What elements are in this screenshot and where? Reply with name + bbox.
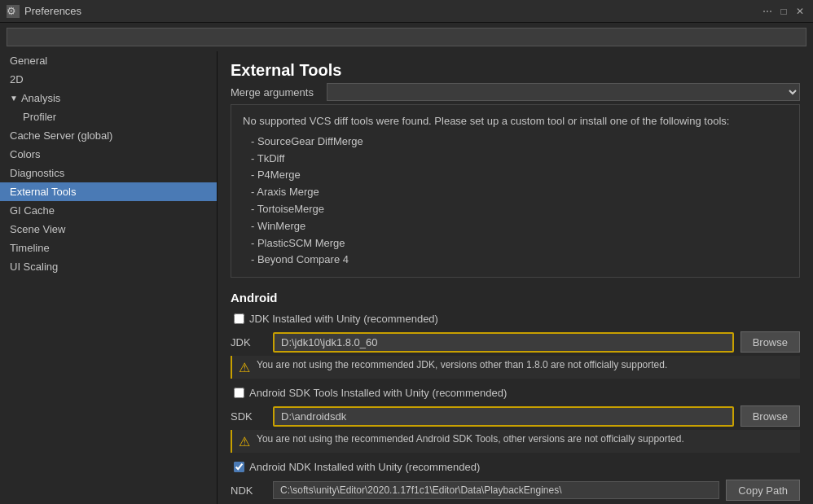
tool-item-7: - Beyond Compare 4 [251,252,788,269]
app-icon: ⚙ [7,5,20,18]
ndk-checkbox-row: Android NDK Installed with Unity (recomm… [231,461,800,473]
sidebar-item-gi-cache[interactable]: GI Cache [0,201,217,220]
sidebar-item-general[interactable]: General [0,51,217,70]
page-title: External Tools [231,61,800,80]
sidebar-item-timeline[interactable]: Timeline [0,239,217,257]
search-input[interactable] [7,28,806,46]
sdk-warning-text: You are not using the recommended Androi… [257,433,684,445]
title-bar-more-btn[interactable]: ⋯ [761,5,774,18]
jdk-checkbox-label: JDK Installed with Unity (recommended) [249,313,438,325]
ndk-path-display: C:\softs\unity\Editor\2020.1.17f1c1\Edit… [273,481,719,499]
merge-label: Merge arguments [231,86,320,99]
ndk-field-row: NDK C:\softs\unity\Editor\2020.1.17f1c1\… [231,480,800,501]
sdk-checkbox-label: Android SDK Tools Installed with Unity (… [249,387,507,399]
info-box: No supported VCS diff tools were found. … [231,104,800,278]
tool-item-1: - TkDiff [251,151,788,168]
info-intro: No supported VCS diff tools were found. … [243,115,729,127]
title-bar: ⚙ Preferences ⋯ □ ✕ [0,0,813,23]
android-title: Android [231,291,800,305]
tool-item-4: - TortoiseMerge [251,201,788,218]
sdk-browse-button[interactable]: Browse [740,405,800,427]
jdk-input[interactable] [273,332,734,353]
sdk-checkbox[interactable] [234,388,244,398]
ndk-checkbox[interactable] [234,462,244,472]
sidebar-item-external-tools[interactable]: External Tools [0,182,217,201]
tool-item-0: - SourceGear DiffMerge [251,134,788,151]
sdk-checkbox-row: Android SDK Tools Installed with Unity (… [231,387,800,399]
sdk-warning-row: ⚠ You are not using the recommended Andr… [231,430,800,453]
jdk-field-row: JDK Browse [231,331,800,353]
jdk-warning-text: You are not using the recommended JDK, v… [257,359,667,370]
sidebar-item-colors[interactable]: Colors [0,145,217,164]
main-layout: General 2D ▼ Analysis Profiler Cache Ser… [0,51,813,504]
merge-select[interactable] [327,83,800,101]
sdk-field-row: SDK Browse [231,405,800,427]
sidebar-item-2d[interactable]: 2D [0,70,217,89]
jdk-checkbox-row: JDK Installed with Unity (recommended) [231,313,800,325]
jdk-browse-button[interactable]: Browse [740,331,800,353]
ndk-checkbox-label: Android NDK Installed with Unity (recomm… [249,461,480,473]
title-bar-maximize-btn[interactable]: □ [777,5,790,18]
jdk-warning-row: ⚠ You are not using the recommended JDK,… [231,356,800,379]
sidebar-item-analysis[interactable]: ▼ Analysis [0,89,217,107]
jdk-checkbox[interactable] [234,313,244,324]
tool-list: - SourceGear DiffMerge - TkDiff - P4Merg… [243,134,788,269]
title-bar-close-btn[interactable]: ✕ [793,5,806,18]
content-scroll: External Tools Merge arguments No suppor… [218,51,813,504]
tool-item-5: - WinMerge [251,218,788,235]
android-section: Android JDK Installed with Unity (recomm… [231,291,800,504]
tool-item-2: - P4Merge [251,167,788,184]
jdk-field-label: JDK [231,336,266,348]
sidebar-item-scene-view[interactable]: Scene View [0,220,217,239]
sdk-input[interactable] [273,406,734,427]
copy-path-button[interactable]: Copy Path [726,480,800,501]
search-bar-row [0,23,813,51]
tool-item-6: - PlasticSCM Merge [251,235,788,252]
sdk-warning-icon: ⚠ [239,434,250,449]
jdk-warning-icon: ⚠ [239,360,250,375]
analysis-arrow: ▼ [10,94,18,103]
sidebar: General 2D ▼ Analysis Profiler Cache Ser… [0,51,218,504]
ndk-field-label: NDK [231,484,266,497]
title-bar-controls: ⋯ □ ✕ [761,5,806,18]
tool-item-3: - Araxis Merge [251,184,788,201]
sidebar-item-ui-scaling[interactable]: UI Scaling [0,257,217,276]
title-bar-title: Preferences [24,5,81,17]
merge-row: Merge arguments [231,83,800,101]
sidebar-item-diagnostics[interactable]: Diagnostics [0,164,217,182]
sidebar-item-profiler[interactable]: Profiler [0,107,217,126]
sdk-field-label: SDK [231,410,266,423]
sidebar-item-cache-server[interactable]: Cache Server (global) [0,126,217,145]
content-area: External Tools Merge arguments No suppor… [218,51,813,504]
